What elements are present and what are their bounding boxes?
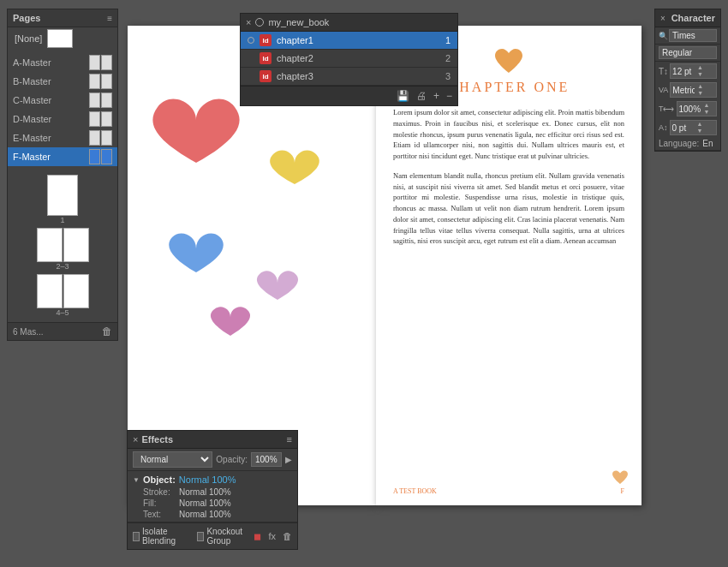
- character-size-down-arrow[interactable]: ▼: [696, 71, 704, 78]
- doc-page-1-spread[interactable]: 1: [47, 175, 78, 224]
- character-kerning-arrows[interactable]: ▲ ▼: [696, 83, 704, 97]
- book-panel-header: × my_new_book: [241, 14, 457, 32]
- character-size-value[interactable]: [671, 66, 696, 77]
- character-baseline-down-arrow[interactable]: ▼: [696, 128, 704, 134]
- doc-page-5-thumb: [63, 274, 89, 308]
- character-baseline-arrows[interactable]: ▲ ▼: [696, 121, 704, 134]
- character-scale-h-spinner[interactable]: ▲ ▼: [677, 101, 718, 116]
- master-page-a[interactable]: A-Master: [8, 53, 117, 72]
- character-style-input[interactable]: [659, 46, 717, 59]
- effects-fill-row: Fill: Normal 100%: [133, 498, 292, 509]
- doc-page-1-label: 1: [60, 216, 64, 224]
- pages-delete-icon[interactable]: 🗑: [102, 325, 112, 337]
- effects-fx-icon[interactable]: fx: [268, 531, 276, 542]
- book-chapter3-name: chapter3: [277, 71, 440, 81]
- body-paragraph-2: Nam elementum blandit nulla, rhoncus pre…: [376, 170, 641, 247]
- effects-object-header[interactable]: ▼ Object: Normal 100%: [133, 473, 292, 486]
- character-language-row: Language: En: [655, 137, 720, 151]
- effects-blend-row: Normal Multiply Screen Opacity: ▶: [128, 449, 297, 471]
- isolate-blending-checkbox[interactable]: [133, 532, 140, 541]
- pages-none-item[interactable]: [None]: [8, 27, 117, 50]
- doc-pages-23-thumbs: [37, 228, 89, 262]
- book-panel-title: my_new_book: [268, 17, 329, 27]
- master-f-label: F-Master: [13, 152, 84, 162]
- hearts-illustration: [128, 51, 376, 420]
- master-page-f[interactable]: F-Master: [8, 147, 117, 166]
- master-a-left-thumb: [89, 55, 100, 70]
- book-add-icon[interactable]: +: [433, 90, 439, 102]
- book-chapter2-num: 2: [445, 53, 451, 63]
- character-kerning-up-arrow[interactable]: ▲: [696, 83, 704, 90]
- character-style-row: [655, 45, 720, 62]
- book-chapter3-row[interactable]: Id chapter3 3: [241, 68, 457, 86]
- character-size-spinner[interactable]: ▲ ▼: [670, 63, 717, 79]
- master-d-left-thumb: [89, 111, 100, 127]
- character-baseline-value[interactable]: [671, 122, 696, 134]
- effects-delete-square-icon[interactable]: ◼: [254, 531, 261, 542]
- effects-trash-icon[interactable]: 🗑: [283, 531, 292, 542]
- character-scale-h-value[interactable]: [677, 104, 703, 115]
- footer-left-text: A TEST BOOK: [393, 487, 437, 495]
- effects-close-icon[interactable]: ×: [133, 434, 138, 445]
- book-save-icon[interactable]: 💾: [397, 90, 409, 102]
- character-panel-close-icon[interactable]: ×: [660, 14, 665, 23]
- doc-pages-23-spread[interactable]: 2–3: [37, 228, 89, 271]
- pages-footer: 6 Mas... 🗑: [8, 322, 117, 340]
- book-close-icon[interactable]: ×: [246, 17, 251, 27]
- character-kerning-down-arrow[interactable]: ▼: [696, 90, 704, 97]
- character-font-input[interactable]: [669, 29, 717, 42]
- effects-blend-mode-select[interactable]: Normal Multiply Screen: [133, 451, 212, 468]
- effects-opacity-label: Opacity:: [216, 455, 248, 464]
- character-search-icon: 🔍: [659, 32, 667, 40]
- pages-footer-icons: 🗑: [102, 325, 112, 337]
- character-kerning-row: VA ▲ ▼: [655, 81, 720, 99]
- doc-pages-45-thumbs: [37, 274, 89, 308]
- pages-none-label: [None]: [15, 33, 42, 44]
- book-minus-icon[interactable]: −: [446, 90, 452, 102]
- character-size-up-arrow[interactable]: ▲: [696, 64, 704, 71]
- character-baseline-spinner[interactable]: ▲ ▼: [670, 120, 717, 135]
- character-baseline-row: A↕ ▲ ▼: [655, 118, 720, 137]
- character-scale-h-down-arrow[interactable]: ▼: [703, 109, 711, 116]
- effects-opacity-arrow[interactable]: ▶: [285, 455, 292, 464]
- effects-menu-icon[interactable]: ≡: [287, 434, 292, 445]
- book-panel: × my_new_book Id chapter1 1 Id chapter2 …: [240, 13, 458, 106]
- pages-panel-menu-icon[interactable]: ≡: [107, 14, 112, 23]
- master-f-left-thumb: [89, 149, 100, 164]
- effects-text-value: Normal 100%: [179, 510, 231, 519]
- character-kerning-icon: VA: [659, 86, 668, 94]
- effects-object-label: Object:: [143, 474, 176, 485]
- book-print-icon[interactable]: 🖨: [416, 90, 427, 102]
- doc-pages-45-spread[interactable]: 4–5: [37, 274, 89, 317]
- book-sync-icon: [255, 18, 264, 27]
- effects-object-triangle-icon: ▼: [133, 476, 140, 484]
- master-page-d[interactable]: D-Master: [8, 110, 117, 128]
- effects-opacity-input[interactable]: [251, 452, 282, 467]
- master-page-b[interactable]: B-Master: [8, 72, 117, 91]
- book-chapter2-row[interactable]: Id chapter2 2: [241, 50, 457, 68]
- master-b-right-thumb: [101, 74, 112, 89]
- character-kerning-spinner[interactable]: ▲ ▼: [670, 82, 717, 98]
- page-footer-heart: [611, 469, 630, 486]
- character-size-icon: T↕: [659, 67, 668, 76]
- master-b-thumbs: [89, 74, 112, 89]
- character-scale-h-up-arrow[interactable]: ▲: [703, 102, 711, 109]
- character-size-arrows[interactable]: ▲ ▼: [696, 64, 704, 78]
- character-scale-h-arrows[interactable]: ▲ ▼: [703, 102, 711, 116]
- book-chapter1-sync-indicator: [248, 37, 254, 44]
- character-language-label: Language:: [659, 139, 699, 148]
- book-chapter1-row[interactable]: Id chapter1 1: [241, 32, 457, 50]
- book-chapter3-icon: Id: [260, 70, 272, 82]
- page-footer: A TEST BOOK F: [393, 487, 624, 495]
- knockout-group-checkbox[interactable]: [197, 532, 204, 541]
- character-kerning-value[interactable]: [671, 85, 696, 96]
- body-paragraph-1: Lorem ipsum dolor sit amet, consectetur …: [376, 107, 641, 162]
- effects-stroke-value: Normal 100%: [179, 487, 231, 497]
- master-page-e[interactable]: E-Master: [8, 128, 117, 147]
- character-baseline-up-arrow[interactable]: ▲: [696, 121, 704, 128]
- master-page-c[interactable]: C-Master: [8, 91, 117, 110]
- effects-panel: × Effects ≡ Normal Multiply Screen Opaci…: [127, 430, 298, 550]
- book-chapter1-name: chapter1: [277, 35, 440, 45]
- doc-page-3-thumb: [63, 228, 89, 262]
- master-a-label: A-Master: [13, 57, 84, 68]
